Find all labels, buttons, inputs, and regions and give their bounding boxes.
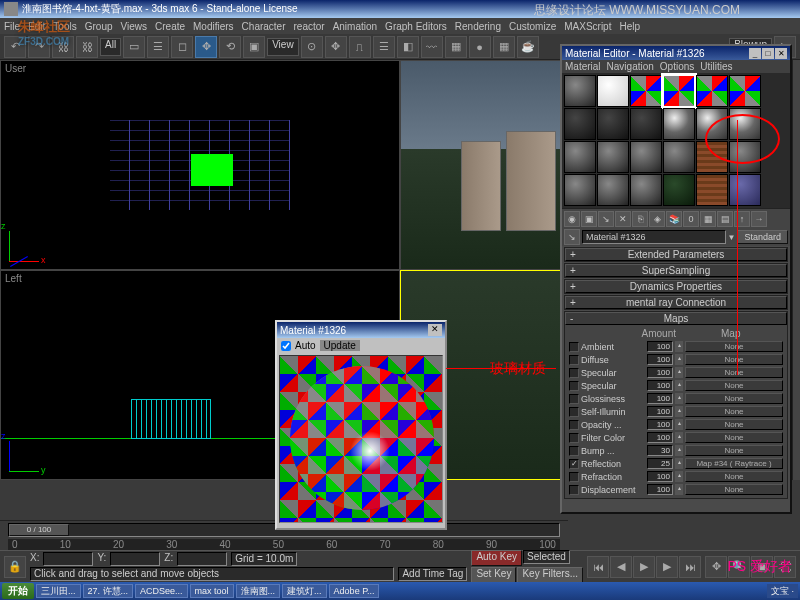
material-editor-titlebar[interactable]: Material Editor - Material #1326 _ □ ✕: [562, 46, 790, 60]
map-checkbox[interactable]: [569, 368, 579, 378]
spinner-buttons[interactable]: ▴: [675, 341, 683, 352]
system-tray[interactable]: 文宝 ·: [767, 584, 798, 598]
map-slot-button[interactable]: None: [685, 432, 783, 443]
map-amount-spinner[interactable]: 25: [647, 458, 673, 469]
menu-views[interactable]: Views: [121, 21, 148, 32]
material-slot[interactable]: [564, 75, 596, 107]
material-slot[interactable]: [696, 108, 728, 140]
show-map-button[interactable]: ▦: [700, 211, 716, 227]
material-slot[interactable]: [729, 75, 761, 107]
taskbar-item[interactable]: 三川田...: [36, 584, 81, 598]
next-frame-button[interactable]: ▶: [656, 556, 678, 578]
material-slot[interactable]: [663, 141, 695, 173]
map-slot-button[interactable]: None: [685, 406, 783, 417]
selection-filter[interactable]: All: [100, 38, 121, 56]
map-slot-button[interactable]: None: [685, 354, 783, 365]
restrict-x-button[interactable]: ✥: [325, 36, 347, 58]
map-amount-spinner[interactable]: 100: [647, 354, 673, 365]
taskbar-item[interactable]: ACDSee...: [135, 584, 188, 598]
map-checkbox[interactable]: [569, 420, 579, 430]
map-amount-spinner[interactable]: 100: [647, 367, 673, 378]
viewport-user[interactable]: User x z: [0, 60, 400, 270]
spinner-buttons[interactable]: ▴: [675, 354, 683, 365]
auto-key-button[interactable]: Auto Key: [471, 550, 522, 566]
minimize-icon[interactable]: _: [749, 48, 761, 59]
material-slot-selected[interactable]: [663, 75, 695, 107]
material-slot[interactable]: [630, 141, 662, 173]
material-slot[interactable]: [597, 75, 629, 107]
menu-rendering[interactable]: Rendering: [455, 21, 501, 32]
map-checkbox[interactable]: [569, 433, 579, 443]
add-time-tag-button[interactable]: Add Time Tag: [398, 567, 467, 581]
taskbar-item[interactable]: Adobe P...: [329, 584, 380, 598]
spinner-buttons[interactable]: ▴: [675, 445, 683, 456]
me-menu-material[interactable]: Material: [565, 61, 601, 72]
map-slot-button[interactable]: Map #34 ( Raytrace ): [685, 458, 783, 469]
reset-button[interactable]: ✕: [615, 211, 631, 227]
rotate-button[interactable]: ⟲: [219, 36, 241, 58]
render-scene-button[interactable]: ▦: [493, 36, 515, 58]
schematic-button[interactable]: ▦: [445, 36, 467, 58]
main-menubar[interactable]: File Edit Tools Group Views Create Modif…: [0, 18, 800, 34]
key-mode-dropdown[interactable]: Selected: [523, 550, 570, 564]
quick-render-button[interactable]: ☕: [517, 36, 539, 58]
mirror-button[interactable]: ⎍: [349, 36, 371, 58]
map-checkbox[interactable]: ✓: [569, 459, 579, 469]
dialog-titlebar[interactable]: Material #1326 ✕: [277, 322, 445, 338]
goto-start-button[interactable]: ⏮: [587, 556, 609, 578]
map-checkbox[interactable]: [569, 485, 579, 495]
start-button[interactable]: 开始: [2, 583, 34, 599]
taskbar-item[interactable]: 建筑灯...: [282, 584, 327, 598]
map-checkbox[interactable]: [569, 381, 579, 391]
select-name-button[interactable]: ☰: [147, 36, 169, 58]
show-result-button[interactable]: ▤: [717, 211, 733, 227]
map-amount-spinner[interactable]: 100: [647, 432, 673, 443]
spinner-buttons[interactable]: ▴: [675, 458, 683, 469]
material-slot[interactable]: [564, 174, 596, 206]
menu-grapheditors[interactable]: Graph Editors: [385, 21, 447, 32]
map-slot-button[interactable]: None: [685, 380, 783, 391]
menu-reactor[interactable]: reactor: [294, 21, 325, 32]
rollout-extended-params[interactable]: +Extended Parameters: [565, 248, 787, 261]
spinner-buttons[interactable]: ▴: [675, 406, 683, 417]
map-amount-spinner[interactable]: 100: [647, 341, 673, 352]
material-slot[interactable]: [729, 141, 761, 173]
taskbar-item[interactable]: 27. 许慧...: [83, 584, 134, 598]
map-amount-spinner[interactable]: 30: [647, 445, 673, 456]
material-slot[interactable]: [729, 108, 761, 140]
material-slot[interactable]: [696, 174, 728, 206]
material-slot[interactable]: [696, 75, 728, 107]
y-coord-field[interactable]: [110, 552, 160, 566]
map-amount-spinner[interactable]: 100: [647, 419, 673, 430]
map-amount-spinner[interactable]: 100: [647, 406, 673, 417]
me-menu-utilities[interactable]: Utilities: [700, 61, 732, 72]
pivot-button[interactable]: ⊙: [301, 36, 323, 58]
time-slider-handle[interactable]: 0 / 100: [9, 524, 69, 536]
material-slot[interactable]: [630, 108, 662, 140]
set-key-button[interactable]: Set Key: [471, 567, 516, 583]
map-checkbox[interactable]: [569, 394, 579, 404]
curve-editor-button[interactable]: 〰: [421, 36, 443, 58]
map-slot-button[interactable]: None: [685, 484, 783, 495]
material-slot[interactable]: [630, 75, 662, 107]
put-to-scene-button[interactable]: ▣: [581, 211, 597, 227]
spinner-buttons[interactable]: ▴: [675, 419, 683, 430]
spinner-buttons[interactable]: ▴: [675, 380, 683, 391]
material-slot[interactable]: [597, 141, 629, 173]
menu-animation[interactable]: Animation: [333, 21, 377, 32]
x-coord-field[interactable]: [43, 552, 93, 566]
taskbar-item[interactable]: 淮南图...: [236, 584, 281, 598]
rollout-mentalray[interactable]: +mental ray Connection: [565, 296, 787, 309]
map-amount-spinner[interactable]: 100: [647, 471, 673, 482]
map-amount-spinner[interactable]: 100: [647, 380, 673, 391]
material-slot[interactable]: [597, 174, 629, 206]
me-menu-navigation[interactable]: Navigation: [607, 61, 654, 72]
material-slot[interactable]: [729, 174, 761, 206]
select-button[interactable]: ▭: [123, 36, 145, 58]
material-type-button[interactable]: Standard: [737, 230, 788, 244]
select-region-button[interactable]: ◻: [171, 36, 193, 58]
rollout-supersampling[interactable]: +SuperSampling: [565, 264, 787, 277]
map-slot-button[interactable]: None: [685, 471, 783, 482]
menu-group[interactable]: Group: [85, 21, 113, 32]
close-icon[interactable]: ✕: [428, 324, 442, 336]
